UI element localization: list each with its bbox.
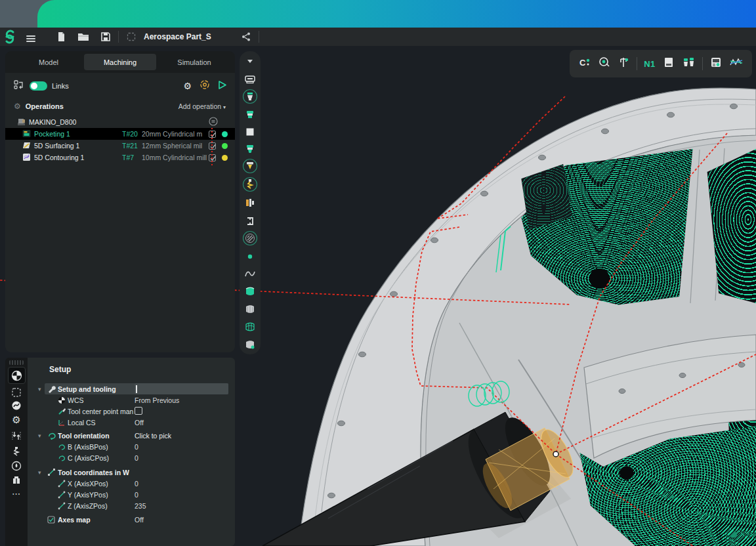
machine-icon (17, 117, 26, 127)
panel-drag-handle[interactable] (9, 360, 24, 365)
snap-magnet-icon[interactable]: C (578, 56, 591, 72)
machine-name: MAKINO_D800 (29, 118, 76, 126)
toolbar-divider (118, 31, 119, 43)
tab-model[interactable]: Model (14, 54, 83, 70)
rapid-line-artifact (211, 128, 213, 166)
chevron-down-icon[interactable]: ▾ (38, 386, 41, 392)
nc-program-label[interactable]: N1 (644, 59, 656, 69)
links-settings-gear-icon[interactable]: ⚙ (183, 81, 192, 91)
banner-gradient (37, 0, 756, 28)
travel-limits-icon[interactable] (5, 429, 28, 443)
local-cs-axes-icon (58, 419, 66, 427)
stock-selection-icon[interactable] (5, 385, 28, 400)
app-logo-icon[interactable] (1, 29, 18, 45)
menu-icon[interactable] (26, 29, 43, 45)
machine-options-icon[interactable] (209, 117, 218, 127)
point-dot-icon[interactable] (240, 249, 261, 264)
tool-holder-icon[interactable] (240, 108, 261, 122)
chevron-down-icon[interactable]: ▾ (38, 432, 41, 439)
spline-curve-icon[interactable] (240, 266, 261, 281)
surface-teal-icon[interactable] (240, 284, 261, 299)
pocketing-icon (22, 129, 31, 139)
tool-holder-block-icon[interactable] (5, 473, 28, 488)
diagonal-axis-icon (47, 468, 56, 476)
tool-teal-icon[interactable] (240, 142, 261, 156)
operation-row[interactable]: 5D Surfacing 1 T#21 12mm Spherical mil (5, 140, 235, 152)
tool-display-toolbar (240, 51, 261, 354)
row-axis-z[interactable]: Z (AxisZPos) 235 (28, 500, 235, 511)
turning-icon[interactable] (5, 398, 28, 413)
rotate-icon (58, 454, 66, 462)
stock-bracket-icon[interactable] (240, 214, 261, 228)
setup-icon-strip: ⚙ ⋯ (5, 358, 28, 546)
new-file-icon[interactable] (52, 29, 70, 45)
operation-row[interactable]: Pocketing 1 T#20 20mm Cylindrical m (5, 128, 235, 140)
tab-machining[interactable]: Machining (84, 54, 156, 70)
links-label: Links (52, 82, 69, 90)
machining-panel: Model Machining Simulation Links ⚙ ⚙ Ope… (5, 51, 235, 352)
surface-gray-icon[interactable] (240, 302, 261, 316)
row-axis-c[interactable]: C (AxisCPos) 0 (28, 452, 235, 463)
hatch-region-circled-icon[interactable] (240, 231, 261, 245)
caliper-icon[interactable] (618, 56, 631, 72)
save-icon[interactable] (97, 29, 114, 45)
sheet-report-icon[interactable] (662, 56, 675, 72)
drill-bit-circled-icon[interactable] (240, 177, 261, 192)
wcs-icon[interactable] (5, 368, 28, 383)
clamp-fixture-icon[interactable] (240, 196, 261, 210)
row-tool-center-point[interactable]: Tool center point man (28, 406, 235, 417)
row-wcs[interactable]: WCS From Previous (28, 394, 235, 406)
stock-device-icon[interactable] (240, 72, 261, 87)
group-axes-map[interactable]: Axes map Off (28, 514, 235, 525)
surface-point-icon[interactable] (240, 337, 261, 352)
status-dot (222, 143, 228, 149)
text-cursor (136, 385, 137, 393)
operations-gear-icon: ⚙ (14, 102, 21, 111)
status-dot (222, 155, 228, 161)
stock-square-icon[interactable] (240, 125, 261, 139)
tool-holder-circled-icon[interactable] (240, 89, 261, 104)
diagonal-axis-icon (58, 491, 66, 499)
axes-map-check-icon (47, 516, 55, 524)
window-banner (0, 0, 756, 28)
tool-library-icon[interactable] (682, 56, 696, 72)
panel-tabs: Model Machining Simulation (5, 51, 235, 73)
document-title: Aerospace Part_S (144, 32, 211, 41)
coolant-icon[interactable] (5, 459, 28, 473)
group-tool-orientation[interactable]: ▾ Tool orientation Click to pick (28, 430, 235, 441)
svg-text:C: C (579, 58, 586, 68)
toolbar-divider (637, 57, 637, 70)
tab-simulation[interactable]: Simulation (160, 54, 228, 70)
row-axis-b[interactable]: B (AxisBPos) 0 (28, 441, 235, 452)
row-axis-y[interactable]: Y (AxisYPos) 0 (28, 489, 235, 500)
drill-tip-circled-icon[interactable] (240, 159, 261, 173)
run-play-icon[interactable] (217, 80, 227, 93)
share-icon[interactable] (238, 29, 255, 45)
row-axis-x[interactable]: X (AxisXPos) 0 (28, 478, 235, 489)
operations-title: Operations (26, 102, 64, 110)
row-local-cs[interactable]: Local CS Off (28, 417, 235, 428)
group-setup-and-tooling[interactable]: ▾ Setup and tooling (28, 383, 235, 394)
toolbar-divider (259, 31, 259, 43)
measure-tape-icon[interactable] (598, 56, 611, 72)
wcs-mini-icon (58, 396, 66, 404)
surfacing-icon (22, 141, 31, 151)
surface-grid-icon[interactable] (240, 320, 261, 334)
collapse-chevron-icon[interactable] (240, 54, 261, 68)
verify-target-icon[interactable] (200, 79, 210, 93)
add-operation-button[interactable]: Add operation ▾ (178, 102, 226, 110)
links-toggle[interactable] (30, 81, 47, 91)
settings-gear-icon[interactable]: ⚙ (5, 413, 28, 427)
machine-controller-icon[interactable] (709, 56, 723, 72)
brush-icon (58, 407, 66, 415)
machine-row[interactable]: MAKINO_D800 (5, 116, 235, 128)
more-icon[interactable]: ⋯ (5, 486, 28, 501)
setup-panel-title: Setup (49, 365, 71, 374)
analysis-graph-icon[interactable] (729, 56, 744, 72)
tcp-checkbox[interactable] (135, 407, 142, 415)
operation-row[interactable]: 5D Contouring 1 T#7 10mm Cylindrical mil… (5, 152, 235, 163)
open-folder-icon[interactable] (75, 29, 92, 45)
drill-icon[interactable] (5, 444, 28, 459)
group-tool-coordinates[interactable]: ▾ Tool coordinates in W (28, 467, 235, 478)
chevron-down-icon[interactable]: ▾ (38, 469, 41, 476)
